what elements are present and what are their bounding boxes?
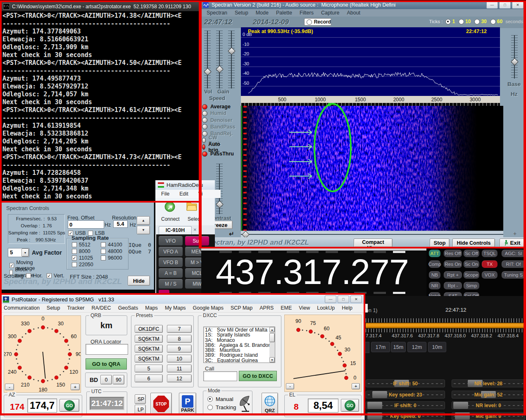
freq-offset-input[interactable] [68, 220, 104, 229]
az-compass[interactable]: 0306090120150180210240270300330 - + [4, 315, 81, 393]
pst-menu-my-maps[interactable]: My Maps [165, 305, 186, 311]
preset-button-sq5ktm-2[interactable]: SQ5KTM [135, 345, 163, 353]
spectran-menu-capture[interactable]: Capture [321, 10, 339, 16]
ticks-radio-icon[interactable] [445, 19, 451, 24]
tab-close-icon[interactable]: × [193, 227, 197, 233]
hrd-button-vfob[interactable]: VFO B [159, 258, 183, 267]
hrd-button-vfoa[interactable]: VFO A [159, 247, 183, 256]
spectran-menu-mode[interactable]: Mode [256, 10, 269, 16]
tab-ic910h[interactable]: IC-910H [159, 226, 192, 234]
rig-button-tuning-s[interactable]: Tuning S [502, 271, 525, 279]
checkbox-icon[interactable] [72, 242, 77, 247]
waterfall[interactable] [241, 106, 503, 231]
hide-controls-button[interactable]: Hide Controls [452, 239, 495, 247]
compact-view-button[interactable]: Compact View [354, 239, 393, 247]
sr-8000-checkbox[interactable]: 8000 [72, 248, 90, 254]
hide-button[interactable]: Hide [128, 276, 150, 286]
freq-digit-marker[interactable] [239, 292, 251, 294]
hrd-button-sub[interactable]: Sub [185, 236, 209, 246]
el-minus-button[interactable]: - [286, 383, 294, 389]
preset-button-12[interactable]: 12 [167, 375, 192, 382]
preset-button-6-5[interactable]: 6 [135, 375, 163, 382]
rig-button-rpt-+[interactable]: Rpt + [444, 271, 462, 279]
rig-band-partial[interactable] [365, 342, 369, 353]
freq-digit-marker[interactable] [287, 292, 299, 294]
move-icon[interactable]: + [513, 230, 516, 237]
rig-slider-mic-gain-0[interactable]: Mic gain: 0 [452, 412, 525, 420]
checkbox-icon[interactable] [101, 255, 106, 260]
pst-menu-view[interactable]: View [299, 305, 310, 311]
led-button-auto-brig-[interactable]: Auto brig. [202, 144, 222, 150]
pst-menu-communication[interactable]: Communication [4, 305, 40, 311]
lp-button[interactable]: LP [135, 405, 146, 414]
rig-button-scope[interactable]: Scope [464, 271, 479, 279]
connect-icon[interactable] [164, 201, 175, 212]
dxcc-scrollbar[interactable]: ▲ ▼ [269, 327, 275, 363]
checkbox-icon[interactable]: ✓ [72, 255, 77, 260]
stop-button[interactable]: Stop [430, 239, 450, 247]
spectran-menu-about[interactable]: About [347, 10, 360, 16]
hrd-button-ms[interactable]: M / S [159, 279, 183, 289]
rig-frequency-ruler[interactable] [366, 323, 525, 328]
dxcc-list-item[interactable]: 3C: Equatorial Guinea [205, 358, 268, 363]
el-plus-button[interactable]: + [352, 383, 360, 389]
hrd-button-vfo[interactable]: VFO [159, 236, 183, 246]
rig-button-tx[interactable]: TX [482, 260, 497, 268]
dxcc-scroll-up-icon[interactable]: ▲ [269, 327, 275, 332]
checkbox-icon[interactable]: ✓ [68, 231, 73, 236]
preset-button-sq5ktm-1[interactable]: SQ5KTM [135, 335, 163, 343]
pst-menu-ra-dec[interactable]: RA/DEC [91, 305, 111, 311]
checkbox-icon[interactable]: ✓ [47, 273, 52, 278]
band-button-17m[interactable]: 17m [371, 342, 390, 352]
sr-48000-checkbox[interactable]: 48000 [101, 248, 122, 254]
rig-button-simp[interactable]: Simp [464, 282, 479, 289]
freq-digit-marker[interactable] [258, 292, 271, 294]
resolution-up-button[interactable]: ▲ [137, 216, 150, 225]
rig-slider-nr-level-28[interactable]: NR level: 28 [452, 379, 525, 387]
rig-button-comp[interactable]: Comp [429, 260, 440, 268]
base-slider[interactable] [511, 35, 518, 79]
hrd-menu-edit[interactable]: Edit [179, 191, 188, 197]
cmd-titlebar[interactable]: C:\ C:\Windows\system32\cmd.exe - artsat… [1, 2, 201, 11]
hrd-titlebar[interactable]: HamRadioDelu [155, 180, 215, 190]
spectran-menu-spectran[interactable]: Spectran [207, 10, 227, 16]
pst-titlebar[interactable]: PstRotator - Registered to SP5MG v11.33 … [0, 295, 364, 304]
sp-button[interactable]: SP [135, 394, 146, 404]
pst-restore-icon[interactable]: □ [338, 296, 349, 303]
bd-90-button[interactable]: 90 [113, 375, 124, 384]
freq-digit-marker[interactable] [306, 292, 319, 294]
stop-rotor-button[interactable]: STOP [150, 393, 172, 415]
az-minus-button[interactable]: - [5, 384, 14, 390]
spectran-menu-filters[interactable]: Filters [300, 10, 314, 16]
rig-slider-key-speed-23[interactable]: Key speed: 23 [366, 391, 445, 399]
checkbox-icon[interactable] [101, 242, 106, 247]
checkbox-icon[interactable] [72, 262, 77, 267]
dxcc-list-item[interactable]: 3B9: Rodriguez Island [205, 353, 268, 358]
sr-5512-checkbox[interactable]: 5512 [72, 242, 90, 248]
ticks-radio-icon[interactable] [490, 19, 496, 24]
pst-menu-setup[interactable]: Setup [47, 305, 60, 311]
restore-icon[interactable]: □ [499, 1, 511, 9]
rig-button-rit-of[interactable]: RIT: Of [502, 260, 525, 268]
led-button-denoiser[interactable]: Denoiser [202, 117, 233, 123]
rig-button-tsql[interactable]: TSQL [482, 250, 497, 257]
qra-locator-input[interactable] [86, 344, 128, 355]
sr-11025-checkbox[interactable]: ✓11025 [72, 255, 93, 261]
rig-slider-nr-level-0[interactable]: NR level: 0 [452, 401, 525, 409]
sr-44100-checkbox[interactable]: 44100 [101, 242, 122, 248]
el-go-button[interactable]: GO [341, 399, 359, 412]
rig-button-res-off[interactable]: Res Off [444, 250, 462, 257]
freq-digit-marker[interactable] [393, 292, 405, 294]
sr-22050-checkbox[interactable]: 22050 [72, 262, 93, 267]
gain-slider[interactable] [216, 31, 223, 88]
checkbox-icon[interactable] [88, 231, 93, 236]
call-input[interactable] [203, 371, 237, 381]
preset-button-11[interactable]: 11 [167, 365, 192, 372]
pst-menu-maps[interactable]: Maps [145, 305, 158, 311]
checkbox-icon[interactable] [101, 249, 106, 254]
rig-button-nr[interactable]: NR [429, 282, 440, 289]
preset-button-9[interactable]: 9 [167, 345, 192, 353]
hrd-button-ab[interactable]: A = B [159, 268, 183, 278]
spectran-menu-palette[interactable]: Palette [276, 10, 292, 16]
preset-button-5-4[interactable]: 5 [135, 365, 163, 372]
